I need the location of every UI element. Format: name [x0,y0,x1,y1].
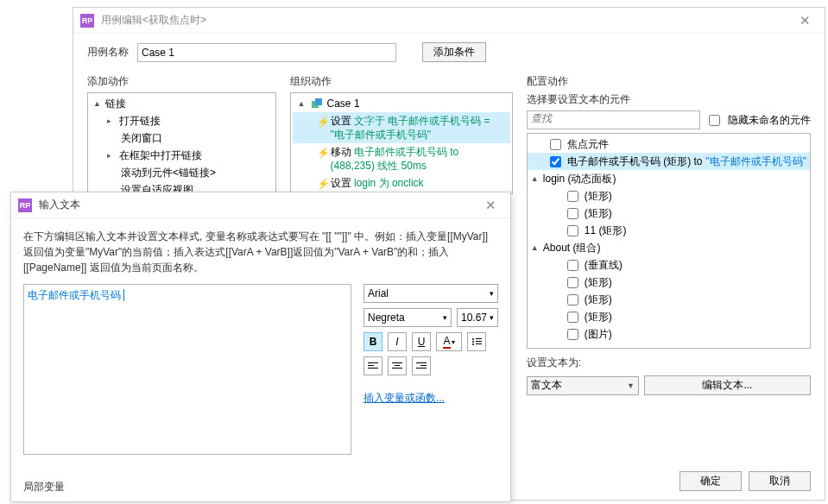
svg-point-4 [472,341,474,343]
dialog-title: 用例编辑<获取焦点时> [101,13,792,28]
insert-variable-link[interactable]: 插入变量或函数... [363,391,445,406]
font-color-button[interactable]: A▾ [436,332,462,351]
close-icon[interactable]: ✕ [477,193,503,217]
close-icon[interactable]: ✕ [792,9,818,33]
organize-action-panel: ▲ Case 1 ⚡ 设置 文字于 电子邮件或手机号码 = "电子邮件或手机号码… [290,92,513,194]
cfg-item-focus[interactable]: 焦点元件 [528,135,810,153]
search-input[interactable]: 查找 [527,110,700,129]
font-family-select[interactable]: Arial▾ [363,284,498,303]
svg-rect-16 [416,368,427,369]
font-weight-select[interactable]: Negreta▾ [363,308,452,327]
chevron-down-icon: ▼ [627,381,635,390]
organize-action-header: 组织动作 [290,74,513,89]
svg-rect-3 [476,338,482,339]
list-icon [471,337,482,347]
cfg-item-rect4[interactable]: (矩形) [528,291,810,308]
font-size-select[interactable]: 10.67▾ [457,308,498,327]
svg-point-2 [472,338,474,340]
cfg-item-11rect[interactable]: 11 (矩形) [528,222,810,239]
edit-text-button[interactable]: 编辑文本... [644,375,811,395]
configure-action-header: 配置动作 [527,74,811,89]
tree-item-scroll-to[interactable]: 滚动到元件<锚链接> [90,164,274,181]
dialog-title: 输入文本 [39,198,477,212]
bolt-icon: ⚡ [317,115,326,129]
text-type-select[interactable]: 富文本▼ [527,376,639,395]
ok-button[interactable]: 确定 [679,471,742,491]
cfg-item-rect1[interactable]: (矩形) [528,187,810,205]
titlebar: RP 输入文本 ✕ [11,192,510,218]
description-text: 在下方编辑区输入文本并设置文本样式, 变量名称或表达式要写在 "[[ ""]]"… [23,229,498,275]
tree-item-close-window[interactable]: 关闭窗口 [90,129,274,147]
chevron-down-icon: ▾ [490,289,494,298]
titlebar: RP 用例编辑<获取焦点时> ✕ [73,8,825,34]
svg-rect-14 [416,362,427,363]
cfg-item-image[interactable]: (图片) [528,325,810,343]
case-row[interactable]: ▲ Case 1 [293,95,510,112]
action-set-text[interactable]: ⚡ 设置 文字于 电子邮件或手机号码 = "电子邮件或手机号码" [293,112,510,143]
app-icon: RP [18,198,32,212]
chevron-down-icon: ▾ [443,313,447,322]
hide-unnamed-checkbox[interactable] [709,115,720,126]
bolt-icon: ⚡ [317,146,326,160]
align-center-icon [392,361,402,371]
usecase-name-label: 用例名称 [87,45,129,60]
align-right-button[interactable] [412,356,431,375]
add-action-header: 添加动作 [87,74,276,89]
usecase-name-input[interactable] [137,43,396,62]
text-editor-dialog: RP 输入文本 ✕ 在下方编辑区输入文本并设置文本样式, 变量名称或表达式要写在… [10,192,511,502]
cfg-group-login[interactable]: ▲login (动态面板) [528,170,810,187]
svg-rect-5 [476,341,482,342]
align-center-button[interactable] [388,356,407,375]
tree-group-links[interactable]: ▲链接 [90,95,274,112]
align-left-icon [368,361,378,371]
cfg-item-target[interactable]: 电子邮件或手机号码 (矩形) to "电子邮件或手机号码" [528,153,810,170]
svg-rect-7 [476,343,482,344]
svg-rect-9 [368,365,374,366]
set-text-as-label: 设置文本为: [527,356,811,370]
cfg-select-target-label: 选择要设置文本的元件 [527,92,811,107]
svg-rect-15 [420,365,427,366]
bullet-list-button[interactable] [467,332,486,351]
add-action-panel: ▲链接 ▸打开链接 关闭窗口 ▸在框架中打开链接 滚动到元件<锚链接> 设置自适… [87,92,276,194]
cancel-button[interactable]: 取消 [749,471,811,491]
align-left-button[interactable] [363,356,382,375]
cfg-item-rect5[interactable]: (矩形) [528,308,810,325]
add-condition-button[interactable]: 添加条件 [422,42,486,62]
bolt-icon: ⚡ [317,177,326,191]
italic-button[interactable]: I [388,332,407,351]
case-icon [312,98,322,109]
svg-rect-11 [392,362,402,363]
app-icon: RP [80,14,94,28]
underline-button[interactable]: U [412,332,431,351]
hide-unnamed-label: 隐藏未命名的元件 [728,113,811,128]
svg-rect-13 [392,368,402,369]
tree-item-open-in-frame[interactable]: ▸在框架中打开链接 [90,147,274,164]
svg-point-6 [472,343,474,345]
svg-rect-1 [315,98,322,105]
cfg-item-rect3[interactable]: (矩形) [528,274,810,291]
local-variable-label: 局部变量 [23,480,65,495]
action-set-onclick[interactable]: ⚡ 设置 login 为 onclick [293,174,510,192]
cfg-item-vline[interactable]: (垂直线) [528,256,810,274]
cfg-group-about[interactable]: ▲About (组合) [528,239,810,256]
cfg-item-rect2[interactable]: (矩形) [528,205,810,222]
chevron-down-icon: ▾ [490,313,494,322]
configure-action-panel: 选择要设置文本的元件 查找 隐藏未命名的元件 焦点元件 电子邮件或手机号码 (矩… [527,92,811,395]
bold-button[interactable]: B [363,332,382,351]
tree-item-open-link[interactable]: ▸打开链接 [90,112,274,129]
configure-target-list: 焦点元件 电子邮件或手机号码 (矩形) to "电子邮件或手机号码" ▲logi… [527,133,811,349]
svg-rect-10 [368,368,378,369]
align-right-icon [416,361,427,371]
svg-rect-8 [368,362,378,363]
text-edit-area[interactable]: 电子邮件或手机号码 [23,284,351,455]
action-move[interactable]: ⚡ 移动 电子邮件或手机号码 to (488,235) 线性 50ms [293,143,510,174]
svg-rect-12 [395,365,400,366]
